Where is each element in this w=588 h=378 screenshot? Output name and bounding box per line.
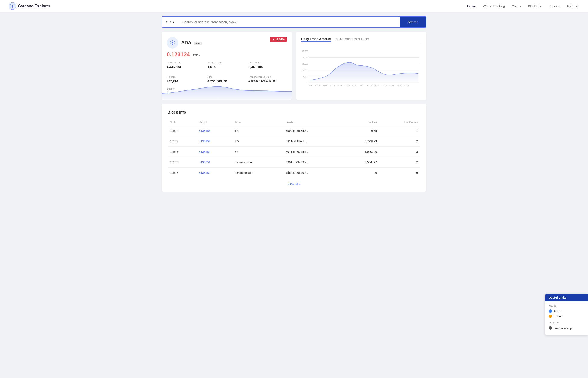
cell-txs-fee: 0.68 — [342, 126, 380, 136]
view-all: View All » — [168, 182, 420, 186]
cell-time: 37s — [232, 136, 283, 147]
tab-active-address[interactable]: Active Address Number — [335, 37, 369, 42]
svg-point-9 — [172, 42, 173, 43]
svg-text:07-12: 07-12 — [367, 84, 372, 87]
table-row: 10575 4436351 a minute ago 43011479a595.… — [168, 157, 420, 168]
main-content: ADA POS ▼ -1.03% 0.123124 USD ▾ Latest B… — [157, 32, 431, 196]
cell-time: 17s — [232, 126, 283, 136]
tx-counts-value: 2,343,105 — [248, 65, 287, 69]
svg-point-1 — [12, 5, 13, 7]
cell-height[interactable]: 4436351 — [196, 157, 232, 168]
svg-point-5 — [14, 4, 14, 5]
cell-leader: 65904a89e6d0... — [283, 126, 342, 136]
col-leader: Leader — [283, 119, 342, 126]
cell-time: 57s — [232, 147, 283, 157]
ada-badge: POS — [194, 42, 202, 45]
cell-txs-fee: 1.029796 — [342, 147, 380, 157]
svg-point-6 — [10, 7, 11, 7]
cell-slot: 10576 — [168, 147, 196, 157]
tab-daily-trade[interactable]: Daily Trade Amount — [301, 37, 331, 42]
cell-slot: 10575 — [168, 157, 196, 168]
svg-point-2 — [12, 4, 13, 4]
svg-text:07-05: 07-05 — [315, 84, 320, 87]
cell-height[interactable]: 4436354 — [196, 126, 232, 136]
ada-latest-block: Latest Block 4,436,354 — [167, 61, 205, 69]
transactions-label: Transactions — [208, 61, 246, 64]
svg-point-4 — [10, 4, 11, 5]
cell-txs-fee: 0.793893 — [342, 136, 380, 147]
svg-text:07-10: 07-10 — [352, 84, 357, 87]
cell-txs-counts: 1 — [379, 126, 420, 136]
ada-tx-counts: Tx Counts 2,343,105 — [248, 61, 287, 69]
col-txs-fee: Txs Fee — [342, 119, 380, 126]
search-currency-label: ADA — [165, 20, 171, 24]
search-currency-dropdown[interactable]: ADA ▾ — [162, 17, 179, 27]
svg-text:07-06: 07-06 — [323, 84, 327, 87]
brand: Cardano Explorer — [9, 2, 50, 10]
block-table-body: 10578 4436354 17s 65904a89e6d0... 0.68 1… — [168, 126, 420, 178]
cell-height[interactable]: 4436350 — [196, 168, 232, 178]
view-all-link[interactable]: View All » — [287, 182, 301, 186]
cell-leader: 5411c7bf87c2... — [283, 136, 342, 147]
svg-text:07-17: 07-17 — [404, 84, 409, 87]
block-info-title: Block Info — [168, 110, 420, 115]
svg-text:0: 0 — [307, 81, 308, 84]
table-row: 10577 4436353 37s 5411c7bf87c2... 0.7938… — [168, 136, 420, 147]
cell-txs-counts: 2 — [379, 136, 420, 147]
top-grid: ADA POS ▼ -1.03% 0.123124 USD ▾ Latest B… — [161, 32, 427, 100]
dropdown-arrow-icon: ▾ — [173, 20, 174, 24]
nav-pending[interactable]: Pending — [549, 4, 560, 8]
block-table: Slot Height Time Leader Txs Fee Txs Coun… — [168, 119, 420, 178]
ada-header: ADA POS ▼ -1.03% — [167, 37, 287, 49]
cell-leader: 5071d8802ddd... — [283, 147, 342, 157]
chart-tabs: Daily Trade Amount Active Address Number — [301, 37, 421, 44]
svg-text:07-04: 07-04 — [308, 84, 313, 87]
cell-height[interactable]: 4436352 — [196, 147, 232, 157]
cell-txs-counts: 0 — [379, 168, 420, 178]
ada-stats: Latest Block 4,436,354 Transactions 1,61… — [167, 61, 287, 69]
holders-label: Holders — [167, 75, 205, 79]
svg-text:07-16: 07-16 — [397, 84, 402, 87]
svg-text:15,000: 15,000 — [302, 63, 308, 65]
block-info-card: Block Info Slot Height Time Leader Txs F… — [161, 104, 427, 191]
ada-card: ADA POS ▼ -1.03% 0.123124 USD ▾ Latest B… — [161, 32, 292, 100]
nav-home[interactable]: Home — [467, 4, 476, 8]
cell-txs-fee: 0 — [342, 168, 380, 178]
nav-charts[interactable]: Charts — [512, 4, 521, 8]
nav-links: Home Whale Tracking Charts Block List Pe… — [467, 4, 579, 8]
cell-time: a minute ago — [232, 157, 283, 168]
currency-arrow-icon: ▾ — [199, 54, 200, 57]
transactions-value: 1,618 — [208, 65, 246, 69]
tx-volume-label: Transaction Volume — [248, 75, 287, 79]
svg-point-11 — [172, 44, 173, 45]
search-button[interactable]: Search — [400, 17, 426, 27]
tx-counts-label: Tx Counts — [248, 61, 287, 64]
table-row: 10578 4436354 17s 65904a89e6d0... 0.68 1 — [168, 126, 420, 136]
search-input[interactable] — [179, 17, 400, 27]
ada-change-badge: ▼ -1.03% — [270, 37, 287, 42]
svg-point-3 — [12, 7, 13, 8]
table-row: 10576 4436352 57s 5071d8802ddd... 1.0297… — [168, 147, 420, 157]
svg-text:07-09: 07-09 — [345, 84, 350, 87]
cell-txs-counts: 3 — [379, 147, 420, 157]
brand-name: Cardano Explorer — [18, 4, 50, 8]
search-bar: ADA ▾ Search — [161, 16, 427, 27]
svg-text:5,000: 5,000 — [303, 76, 308, 78]
svg-text:07-07: 07-07 — [330, 84, 335, 87]
nav-block-list[interactable]: Block List — [528, 4, 542, 8]
cell-txs-counts: 2 — [379, 157, 420, 168]
cell-height[interactable]: 4436353 — [196, 136, 232, 147]
svg-text:07-11: 07-11 — [360, 84, 365, 87]
cell-leader: 43011479a595... — [283, 157, 342, 168]
svg-text:10,000: 10,000 — [302, 69, 308, 71]
ada-logo — [167, 37, 178, 49]
ada-mini-chart-svg — [161, 81, 292, 100]
nav-rich-list[interactable]: Rich List — [567, 4, 579, 8]
cell-time: 2 minutes ago — [232, 168, 283, 178]
svg-text:07-13: 07-13 — [375, 84, 379, 87]
col-slot: Slot — [168, 119, 196, 126]
svg-text:20,000: 20,000 — [302, 56, 308, 59]
svg-point-15 — [174, 43, 175, 44]
nav-whale-tracking[interactable]: Whale Tracking — [483, 4, 505, 8]
cell-slot: 10574 — [168, 168, 196, 178]
